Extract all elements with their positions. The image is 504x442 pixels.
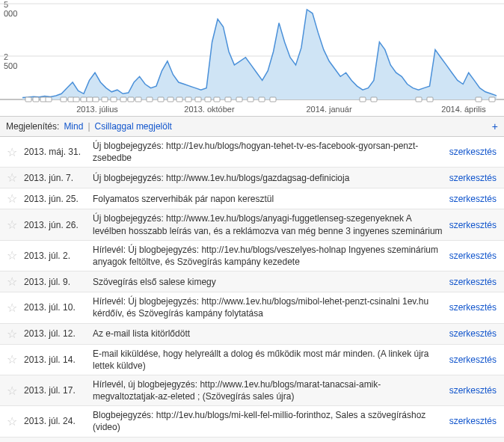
svg-rect-16	[128, 97, 134, 102]
annotation-text: Hírlevél, új blogbejegyzés: http://www.1…	[88, 378, 447, 402]
filter-divider: |	[87, 121, 90, 132]
annotation-table: ☆2013. máj. 31.Új blogbejegyzés: http://…	[0, 137, 504, 442]
svg-rect-28	[248, 97, 253, 102]
star-icon[interactable]: ☆	[7, 274, 17, 289]
annotation-date: 2013. júl. 9.	[24, 277, 88, 287]
annotation-date: 2013. jún. 25.	[24, 194, 88, 204]
x-tick-jul2013: 2013. július	[76, 105, 118, 114]
svg-rect-35	[476, 97, 482, 102]
edit-link[interactable]: szerkesztés	[449, 277, 497, 287]
table-row: ☆2013. júl. 14.E-mail kiküldése, hogy he…	[0, 345, 504, 375]
svg-rect-17	[135, 97, 141, 102]
star-icon[interactable]: ☆	[7, 327, 17, 341]
svg-rect-9	[73, 97, 79, 102]
annotation-text: Új blogbejegyzés: http://1ev.hu/blogs/ho…	[88, 140, 447, 164]
star-icon[interactable]: ☆	[7, 414, 17, 429]
svg-rect-31	[360, 97, 366, 102]
svg-rect-14	[111, 97, 117, 102]
table-row: ☆2013. júl. 17.Hírlevél, új blogbejegyzé…	[0, 375, 504, 406]
svg-rect-10	[81, 97, 87, 102]
svg-rect-20	[168, 97, 173, 102]
annotation-text: Új blogbejegyzés: http://www.1ev.hu/blog…	[88, 212, 447, 236]
star-icon[interactable]: ☆	[7, 384, 17, 398]
svg-rect-24	[205, 97, 211, 102]
edit-link[interactable]: szerkesztés	[449, 194, 497, 204]
star-icon[interactable]: ☆	[7, 248, 17, 263]
filter-label: Megjelenítés:	[6, 121, 59, 132]
annotation-text: Folyamatos szerverhibák pár napon keresz…	[88, 193, 447, 205]
edit-link[interactable]: szerkesztés	[449, 416, 497, 426]
add-annotation-button[interactable]: +	[492, 120, 498, 132]
annotation-text: Hírlevél: Új blogbejegyzés: http://1ev.h…	[88, 244, 447, 268]
x-tick-apr2014: 2014. április	[441, 105, 486, 114]
svg-rect-23	[195, 97, 201, 102]
svg-rect-6	[46, 97, 52, 102]
star-icon[interactable]: ☆	[7, 171, 17, 185]
edit-link[interactable]: szerkesztés	[449, 147, 497, 157]
svg-rect-18	[147, 97, 153, 102]
table-row: ☆2013. júl. 9.Szövegírás első salese kim…	[0, 271, 504, 292]
table-row: ☆2013. jún. 25.Folyamatos szerverhibák p…	[0, 188, 504, 209]
svg-rect-26	[225, 97, 231, 102]
svg-rect-33	[416, 97, 422, 102]
svg-rect-25	[214, 97, 220, 102]
svg-rect-36	[489, 97, 495, 102]
edit-link[interactable]: szerkesztés	[449, 302, 497, 313]
table-row: ☆2013. júl. 12.Az e-mail lista kitörlődö…	[0, 324, 504, 345]
annotation-date: 2013. jún. 7.	[24, 173, 88, 183]
svg-rect-7	[61, 97, 67, 102]
svg-rect-21	[176, 97, 182, 102]
annotation-text: E-mail kiküldése, hogy helyreállt a dolo…	[88, 348, 447, 372]
star-icon[interactable]: ☆	[7, 301, 17, 315]
svg-rect-4	[33, 97, 39, 102]
svg-rect-29	[259, 97, 265, 102]
annotation-date: 2013. júl. 14.	[24, 354, 88, 365]
annotation-date: 2013. júl. 17.	[24, 385, 88, 396]
annotation-text: Blogbejegyzés: http://1ev.hu/blogs/mi-ke…	[88, 409, 447, 433]
svg-rect-27	[236, 97, 242, 102]
annotation-text: Az e-mail lista kitörlődött	[88, 328, 447, 340]
filter-starred-link[interactable]: Csillaggal megjelölt	[95, 121, 172, 132]
star-icon[interactable]: ☆	[7, 352, 17, 366]
star-icon[interactable]: ☆	[7, 191, 17, 206]
annotation-date: 2013. júl. 12.	[24, 328, 88, 339]
annotation-date: 2013. jún. 26.	[24, 220, 88, 230]
annotation-text: Szövegírás első salese kimegy	[88, 276, 447, 288]
table-row: ☆2013. máj. 31.Új blogbejegyzés: http://…	[0, 137, 504, 168]
svg-rect-11	[87, 97, 93, 102]
table-row: ☆2013. júl. 27.Adwords kampány elindults…	[0, 438, 504, 442]
svg-rect-15	[120, 97, 126, 102]
annotation-text: Hírlevél: Új blogbejegyzés: http://www.1…	[88, 295, 447, 319]
filter-all-link[interactable]: Mind	[64, 121, 83, 132]
table-row: ☆2013. jún. 7.Új blogbejegyzés: http://w…	[0, 168, 504, 188]
edit-link[interactable]: szerkesztés	[449, 328, 497, 339]
svg-rect-34	[427, 97, 433, 102]
svg-rect-13	[102, 97, 108, 102]
table-row: ☆2013. júl. 10.Hírlevél: Új blogbejegyzé…	[0, 292, 504, 323]
table-row: ☆2013. jún. 26.Új blogbejegyzés: http://…	[0, 209, 504, 240]
annotation-date: 2013. máj. 31.	[24, 147, 88, 157]
svg-rect-12	[93, 97, 99, 102]
edit-link[interactable]: szerkesztés	[449, 251, 497, 261]
edit-link[interactable]: szerkesztés	[449, 354, 497, 365]
svg-rect-30	[270, 97, 276, 102]
svg-rect-3	[25, 97, 31, 102]
annotation-date: 2013. júl. 10.	[24, 302, 88, 313]
annotation-text: Új blogbejegyzés: http://www.1ev.hu/blog…	[88, 172, 447, 184]
svg-rect-19	[158, 97, 164, 102]
svg-rect-22	[185, 97, 191, 102]
x-tick-oct2013: 2013. október	[184, 105, 235, 114]
edit-link[interactable]: szerkesztés	[449, 173, 497, 183]
edit-link[interactable]: szerkesztés	[449, 220, 497, 230]
chart-svg: 2013. július 2013. október 2014. január …	[0, 0, 504, 116]
star-icon[interactable]: ☆	[7, 218, 17, 232]
x-tick-jan2014: 2014. január	[306, 105, 351, 114]
annotation-date: 2013. júl. 24.	[24, 416, 88, 426]
table-row: ☆2013. júl. 2.Hírlevél: Új blogbejegyzés…	[0, 241, 504, 271]
annotation-date: 2013. júl. 2.	[24, 251, 88, 261]
star-icon[interactable]: ☆	[7, 145, 17, 159]
table-row: ☆2013. júl. 24.Blogbejegyzés: http://1ev…	[0, 406, 504, 437]
filter-bar: Megjelenítés: Mind | Csillaggal megjelöl…	[0, 116, 504, 137]
svg-rect-32	[371, 97, 377, 102]
edit-link[interactable]: szerkesztés	[449, 385, 497, 396]
